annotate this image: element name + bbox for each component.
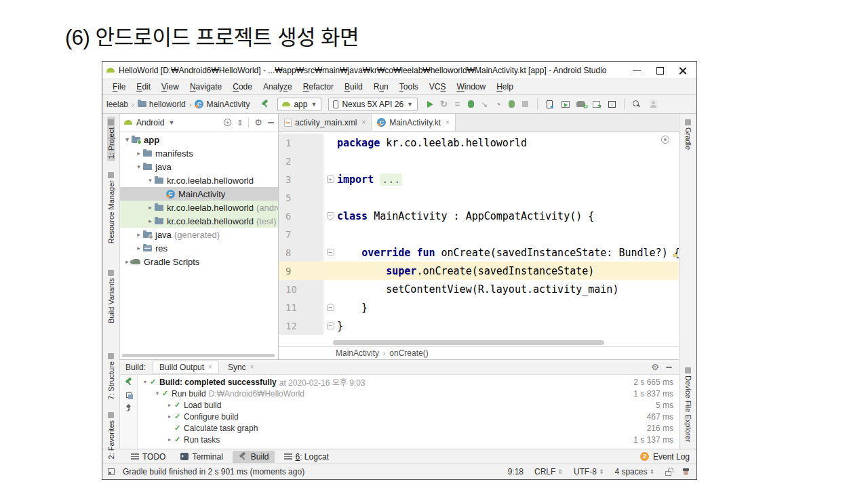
tree-right-arrow-icon[interactable] [165,413,174,420]
menu-item-navigate[interactable]: Navigate [185,81,226,93]
close-icon[interactable] [679,66,687,75]
debug-icon[interactable] [465,98,477,110]
profile-debug-icon[interactable] [506,98,517,110]
editor-breadcrumb-item[interactable]: MainActivity [336,348,379,358]
tool-strip-resource-manager[interactable]: Resource Manager [107,169,115,247]
device-select[interactable]: Nexus 5X API 26 ▼ [328,98,418,111]
avatar-icon[interactable] [648,98,659,110]
avdmgr-icon[interactable] [559,98,571,110]
build-tab-build-output[interactable]: Build Output× [153,361,219,374]
devmgr-icon[interactable] [544,98,555,110]
pin-icon[interactable] [125,404,132,412]
sdk-icon[interactable] [606,98,618,110]
menu-item-window[interactable]: Window [452,81,490,93]
close-tab-icon[interactable]: × [250,363,254,371]
tool-window-button-6-logcat[interactable]: 6: Logcat [279,451,334,463]
build-tree-row[interactable]: Build: completed successfullyat 2020-02-… [138,376,679,388]
tree-right-arrow-icon[interactable] [165,402,174,408]
breadcrumb-item[interactable]: helloworld [149,100,186,109]
attach-icon[interactable] [479,98,490,110]
maximize-icon[interactable] [656,66,664,75]
tree-right-arrow-icon[interactable] [134,150,143,157]
tree-down-arrow-icon[interactable] [123,136,132,143]
tree-row[interactable]: kr.co.leelab.helloworld(test) [120,214,278,228]
tool-strip-1-project[interactable]: 1: Project [107,117,115,161]
tree-row[interactable]: kr.co.leelab.helloworld(androidTest) [120,201,278,214]
event-log-button[interactable]: 2Event Log [640,452,696,462]
tree-row[interactable]: MainActivity [120,187,278,201]
menu-item-vcs[interactable]: VCS [425,81,451,93]
menu-item-tools[interactable]: Tools [395,81,423,93]
menu-item-refactor[interactable]: Refactor [298,81,338,93]
code-line[interactable]: 8 override fun onCreate(savedInstanceSta… [279,243,679,262]
tree-right-arrow-icon[interactable] [146,218,155,224]
tree-row[interactable]: manifests [120,146,278,160]
gear-icon[interactable] [651,362,659,372]
fold-marker-icon[interactable] [327,249,334,256]
code-line[interactable]: 6class MainActivity : AppCompatActivity(… [279,207,679,225]
highlighting-level-icon[interactable] [682,468,690,476]
apply-changes-icon[interactable] [438,98,450,110]
fold-marker-icon[interactable] [327,304,334,311]
build-tree-row[interactable]: Run tasks1 s 137 ms [138,434,679,445]
gear-icon[interactable] [254,117,262,127]
menu-item-file[interactable]: File [108,81,130,93]
tool-strip-7-structure[interactable]: 7: Structure [107,350,115,403]
sync-icon[interactable] [575,98,587,110]
code-line[interactable]: 7 [279,225,679,243]
fold-marker-icon[interactable] [327,176,334,183]
menu-item-help[interactable]: Help [492,81,518,93]
editor-tab-mainactivity-kt[interactable]: MainActivity.kt× [372,114,456,131]
code-line[interactable]: 3import ... [279,170,679,188]
tree-row[interactable]: Gradle Scripts [120,255,278,268]
editor-horizontal-scrollbar[interactable] [333,340,604,345]
tree-down-arrow-icon[interactable] [134,163,143,170]
stop-icon[interactable] [519,98,531,110]
tool-strip-2-favorites[interactable]: 2: Favorites [107,409,115,462]
tool-strip-gradle[interactable]: Gradle [684,117,692,152]
apply-code-icon[interactable] [452,98,463,110]
minimize-icon[interactable] [633,66,641,75]
code-line[interactable]: 10 setContentView(R.layout.activity_main… [279,280,679,298]
status-widget-crlf[interactable]: CRLF⇕ [534,467,563,476]
fold-marker-icon[interactable] [327,322,334,329]
tree-down-arrow-icon[interactable] [146,177,155,184]
tree-right-arrow-icon[interactable] [146,204,155,211]
build-tab-sync[interactable]: Sync× [222,361,260,374]
close-tab-icon[interactable]: × [208,363,212,371]
tree-row[interactable]: java(generated) [120,228,278,241]
status-widget-9-18[interactable]: 9:18 [508,467,524,476]
layout-inspector-icon[interactable] [591,98,602,110]
tree-row[interactable]: app [120,133,278,146]
hide-panel-icon[interactable] [268,122,274,123]
run-configuration-select[interactable]: app ▼ [277,98,321,111]
tool-window-button-build[interactable]: Build [233,451,275,463]
project-horizontal-scrollbar[interactable] [122,354,275,357]
tree-row[interactable]: kr.co.leelab.helloworld [120,174,278,187]
breadcrumb-item[interactable]: MainActivity [206,100,250,109]
build-tree-row[interactable]: Run buildD:₩Android6₩HelloWorld1 s 837 m… [138,388,679,399]
tree-row[interactable]: java [120,160,278,174]
search-icon[interactable] [631,98,642,110]
code-line[interactable]: 2 [279,152,679,170]
collapse-all-icon[interactable] [237,118,243,127]
code-line[interactable]: 1package kr.co.leelab.helloworld [279,134,679,152]
tree-right-arrow-icon[interactable] [134,245,143,251]
code-line[interactable]: 9 super.onCreate(savedInstanceState) [279,262,679,280]
tool-strip-device-file-explorer[interactable]: Device File Explorer [684,365,692,445]
menu-item-build[interactable]: Build [340,81,368,93]
editor-tab-activity-main-xml[interactable]: activity_main.xml× [279,114,372,131]
build-tree-row[interactable]: Configure build467 ms [138,411,679,422]
breadcrumb-item[interactable]: leelab [106,100,128,109]
menu-item-edit[interactable]: Edit [132,81,155,93]
readonly-lock-icon[interactable] [665,471,671,476]
make-project-button[interactable] [259,98,271,110]
editor-breadcrumb-item[interactable]: onCreate() [389,348,428,358]
tool-window-button-todo[interactable]: TODO [125,451,171,463]
fold-marker-icon[interactable] [327,212,334,220]
locate-file-icon[interactable] [224,119,231,126]
close-tab-icon[interactable]: × [446,119,450,126]
tool-window-toggle-icon[interactable] [108,468,115,475]
code-editor[interactable]: 1package kr.co.leelab.helloworld23import… [279,131,679,346]
status-widget-4-spaces[interactable]: 4 spaces⇕ [614,467,654,476]
